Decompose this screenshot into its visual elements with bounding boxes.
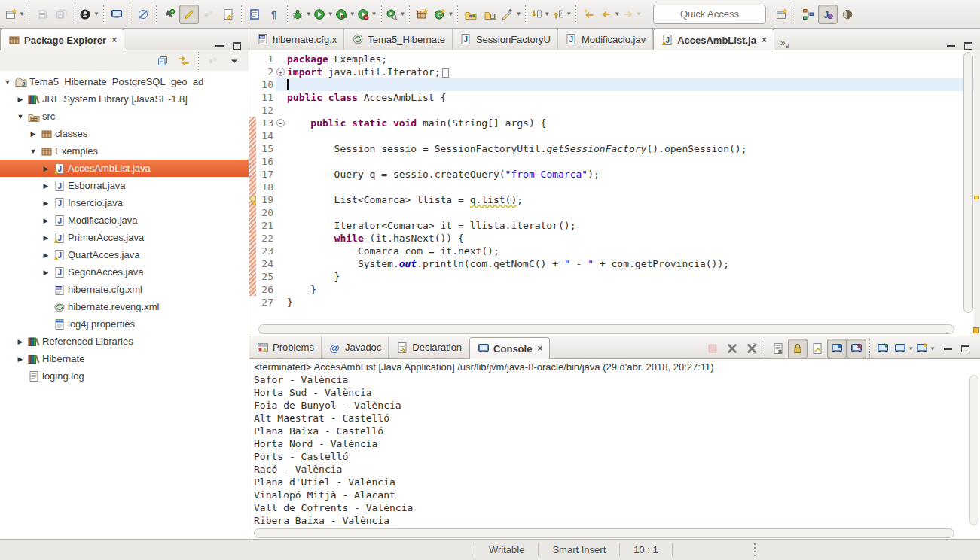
code-line-24[interactable]: 24 System.out.println(com.getNomC() + " … xyxy=(249,257,980,270)
open-type-button[interactable] xyxy=(461,5,481,24)
console-view-tab-declaration[interactable]: Declaration xyxy=(389,336,469,358)
code-line-22[interactable]: 22 while (it.hasNext()) { xyxy=(249,232,980,245)
expand-arrow-icon[interactable]: ▶ xyxy=(16,96,25,103)
minimize-icon[interactable] xyxy=(947,44,955,47)
tab-package-explorer[interactable]: Package Explorer × xyxy=(0,29,124,50)
tree-item-src[interactable]: ▼ src xyxy=(0,108,249,125)
editor-horizontal-scrollbar[interactable] xyxy=(258,324,954,334)
link-with-editor-button[interactable] xyxy=(174,51,194,71)
expand-arrow-icon[interactable]: ▶ xyxy=(41,269,50,276)
console-horizontal-scrollbar[interactable] xyxy=(254,528,954,538)
open-perspective-button[interactable] xyxy=(772,5,792,24)
close-icon[interactable]: × xyxy=(537,343,542,354)
minimize-icon[interactable] xyxy=(215,44,224,47)
gutter-annotation[interactable] xyxy=(249,91,256,104)
profile-dropdown-icon[interactable]: ▼ xyxy=(371,11,377,17)
search-button[interactable]: ▼ xyxy=(500,5,522,24)
fold-collapse-icon[interactable]: − xyxy=(276,119,285,127)
remove-launch-button[interactable] xyxy=(722,339,742,358)
code-text[interactable]: package Exemples; xyxy=(287,53,387,65)
javaee-perspective-button[interactable] xyxy=(798,5,818,24)
next-annotation-button[interactable]: ▼ xyxy=(529,5,551,24)
maximize-icon[interactable] xyxy=(233,42,241,50)
pin-editor-button[interactable] xyxy=(160,5,179,24)
profile-button[interactable]: ▼ xyxy=(356,5,378,24)
minimize-icon[interactable] xyxy=(944,347,952,350)
tree-item-quartacces-java[interactable]: ▶ J QuartAcces.java xyxy=(0,246,249,263)
tree-item-esborrat-java[interactable]: ▶ J Esborrat.java xyxy=(0,177,249,194)
folded-region-box[interactable] xyxy=(442,68,449,78)
tree-item-log4j-properties[interactable]: log4j.properties xyxy=(0,315,249,333)
code-line-18[interactable]: 18 xyxy=(249,181,980,193)
gutter-annotation[interactable] xyxy=(249,206,256,219)
gutter-annotation[interactable] xyxy=(249,155,256,168)
code-text[interactable]: Comarca com = it.next(); xyxy=(287,245,499,257)
editor-tab-modificacio-jav[interactable]: JModificacio.jav xyxy=(558,29,653,50)
run-dropdown-icon[interactable]: ▼ xyxy=(328,11,334,17)
expand-arrow-icon[interactable]: ▶ xyxy=(41,182,50,190)
code-text[interactable]: while (it.hasNext()) { xyxy=(287,232,464,245)
open-console-button[interactable]: ▼ xyxy=(914,339,936,358)
view-menu-button[interactable] xyxy=(224,51,244,71)
mark-occurrences-button[interactable] xyxy=(179,5,199,24)
clear-console-button[interactable] xyxy=(768,339,788,358)
code-text[interactable]: } xyxy=(287,270,340,283)
code-text[interactable]: Session sessio = SessionFactoryUtil.getS… xyxy=(287,142,747,155)
code-line-21[interactable]: 21 Iterator<Comarca> it = llista.iterato… xyxy=(249,219,980,232)
editor-vertical-scrollbar[interactable] xyxy=(963,52,973,313)
next-annotation-dropdown-icon[interactable]: ▼ xyxy=(544,11,550,17)
coverage-button[interactable]: ▼ xyxy=(334,5,356,24)
editor-tab-tema5-hibernate[interactable]: Tema5_Hibernate xyxy=(344,29,453,50)
maximize-icon[interactable] xyxy=(961,345,969,352)
code-line-13[interactable]: 13 − public static void main(String[] ar… xyxy=(249,117,980,129)
expand-arrow-icon[interactable]: ▶ xyxy=(41,165,50,172)
open-console-view-button[interactable] xyxy=(107,5,127,24)
back-button[interactable]: ▼ xyxy=(599,5,621,24)
collapse-arrow-icon[interactable]: ▼ xyxy=(29,148,38,155)
run-external-tool-button[interactable]: ▼ xyxy=(385,5,407,24)
code-line-25[interactable]: 25 } xyxy=(249,270,980,283)
tree-item-segonacces-java[interactable]: ▶ J SegonAcces.java xyxy=(0,263,249,281)
open-console-dropdown-icon[interactable]: ▼ xyxy=(930,345,936,352)
open-element-button[interactable] xyxy=(245,5,264,24)
java-perspective-button[interactable]: J xyxy=(818,5,838,24)
code-line-20[interactable]: 20 xyxy=(249,206,980,219)
word-wrap-button[interactable] xyxy=(808,339,827,358)
gutter-annotation[interactable] xyxy=(249,129,256,142)
gutter-annotation[interactable] xyxy=(249,219,256,232)
remove-all-terminated-button[interactable] xyxy=(742,339,762,358)
console-view-tab-problems[interactable]: Problems xyxy=(249,336,322,358)
hidden-tabs-indicator[interactable]: »9 xyxy=(774,38,795,50)
tree-item-referenced-libraries[interactable]: ▶ Referenced Libraries xyxy=(0,333,249,350)
editor-body[interactable]: 1 package Exemples; 2 + import java.util… xyxy=(249,50,980,336)
fold-expand-icon[interactable]: + xyxy=(276,68,285,76)
console-output[interactable]: Safor - ValènciaHorta Sud - ValènciaFoia… xyxy=(249,373,980,527)
tree-item-loging-log[interactable]: loging.log xyxy=(0,367,249,385)
new-class-dropdown-icon[interactable]: ▼ xyxy=(447,11,453,17)
gutter-annotation[interactable] xyxy=(249,78,256,91)
expand-arrow-icon[interactable]: ▶ xyxy=(16,355,25,363)
tree-item-jre-system-library-javase-1-8-[interactable]: ▶ JRE System Library [JavaSE-1.8] xyxy=(0,90,249,108)
close-icon[interactable]: × xyxy=(111,35,117,45)
collapse-all-button[interactable] xyxy=(153,51,172,71)
editor-code-area[interactable]: 1 package Exemples; 2 + import java.util… xyxy=(249,50,980,309)
gutter-annotation[interactable] xyxy=(249,257,256,270)
tree-item-hibernate[interactable]: ▶ Hibernate xyxy=(0,350,249,367)
search-dropdown-icon[interactable]: ▼ xyxy=(515,11,521,17)
tree-item-classes[interactable]: ▶ classes xyxy=(0,125,249,142)
back-dropdown-icon[interactable]: ▼ xyxy=(614,11,620,17)
collapse-arrow-icon[interactable]: ▼ xyxy=(3,78,12,86)
console-body[interactable]: Safor - ValènciaHorta Sud - ValènciaFoia… xyxy=(249,373,980,539)
code-line-11[interactable]: 11 public class AccesAmbList { xyxy=(249,91,980,104)
editor-tab-accesamblist-ja[interactable]: JAccesAmbList.ja × xyxy=(653,29,774,50)
new-wizard-dropdown-icon[interactable]: ▼ xyxy=(19,11,25,17)
gutter-annotation[interactable] xyxy=(249,181,256,193)
show-stderr-button[interactable] xyxy=(847,339,866,358)
tree-item-accesamblist-java[interactable]: ▶ J AccesAmbList.java xyxy=(0,160,249,177)
run-button[interactable]: ▼ xyxy=(313,5,334,24)
scroll-lock-button[interactable] xyxy=(788,339,808,358)
code-text[interactable]: Iterator<Comarca> it = llista.iterator()… xyxy=(287,219,576,232)
code-line-19[interactable]: 19 List<Comarca> llista = q.list(); xyxy=(249,193,980,206)
hibernate-perspective-button[interactable] xyxy=(838,5,857,24)
editor-tab-hibernate-cfg-x[interactable]: XMLhibernate.cfg.x xyxy=(249,29,344,50)
